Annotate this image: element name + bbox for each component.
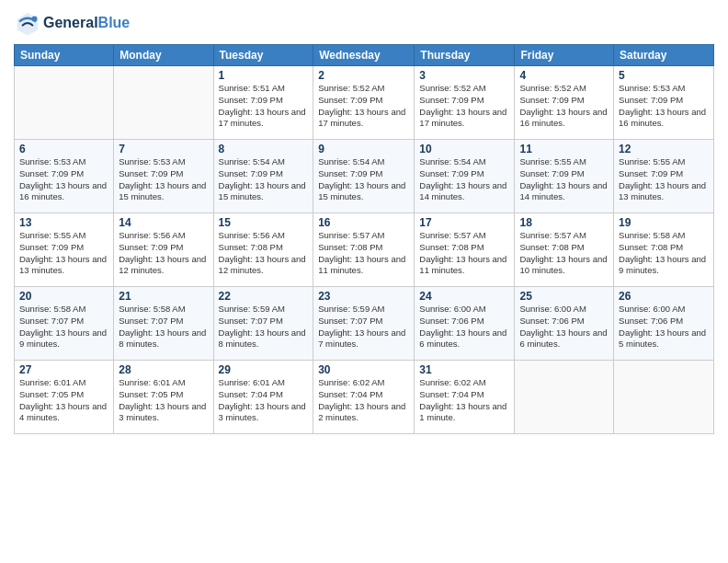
day-number: 21 (119, 290, 208, 303)
weekday-header-tuesday: Tuesday (213, 45, 313, 66)
day-number: 7 (119, 143, 208, 155)
day-number: 16 (318, 216, 409, 229)
weekday-header-row: SundayMondayTuesdayWednesdayThursdayFrid… (15, 45, 714, 66)
day-info: Sunrise: 5:51 AM Sunset: 7:09 PM Dayligh… (219, 83, 309, 130)
weekday-header-wednesday: Wednesday (313, 45, 415, 66)
day-number: 30 (318, 363, 409, 376)
day-info: Sunrise: 5:55 AM Sunset: 7:09 PM Dayligh… (519, 156, 609, 203)
calendar-cell: 12Sunrise: 5:55 AM Sunset: 7:09 PM Dayli… (614, 140, 714, 213)
day-info: Sunrise: 5:54 AM Sunset: 7:09 PM Dayligh… (318, 156, 409, 203)
page: GeneralBlue SundayMondayTuesdayWednesday… (0, 0, 728, 563)
day-info: Sunrise: 5:53 AM Sunset: 7:09 PM Dayligh… (619, 83, 709, 130)
day-number: 23 (318, 290, 409, 303)
weekday-header-thursday: Thursday (415, 45, 515, 66)
logo-icon (14, 9, 41, 37)
day-number: 5 (619, 69, 709, 82)
day-info: Sunrise: 5:54 AM Sunset: 7:09 PM Dayligh… (419, 156, 509, 203)
calendar-cell: 11Sunrise: 5:55 AM Sunset: 7:09 PM Dayli… (515, 140, 614, 213)
calendar-cell (515, 361, 614, 434)
weekday-header-sunday: Sunday (15, 45, 114, 66)
day-number: 18 (519, 216, 609, 229)
svg-point-1 (32, 17, 38, 22)
day-number: 13 (19, 216, 108, 229)
day-number: 3 (419, 69, 509, 82)
calendar-cell: 5Sunrise: 5:53 AM Sunset: 7:09 PM Daylig… (614, 66, 714, 140)
calendar-cell: 4Sunrise: 5:52 AM Sunset: 7:09 PM Daylig… (515, 66, 614, 140)
day-info: Sunrise: 5:59 AM Sunset: 7:07 PM Dayligh… (318, 304, 409, 350)
day-number: 8 (219, 143, 309, 155)
calendar-cell: 15Sunrise: 5:56 AM Sunset: 7:08 PM Dayli… (213, 213, 313, 287)
week-row-2: 6Sunrise: 5:53 AM Sunset: 7:09 PM Daylig… (15, 140, 714, 213)
calendar-cell: 25Sunrise: 6:00 AM Sunset: 7:06 PM Dayli… (515, 287, 614, 361)
logo-text: GeneralBlue (43, 15, 130, 31)
day-info: Sunrise: 5:57 AM Sunset: 7:08 PM Dayligh… (419, 230, 509, 277)
calendar-cell: 31Sunrise: 6:02 AM Sunset: 7:04 PM Dayli… (415, 361, 515, 434)
day-info: Sunrise: 5:53 AM Sunset: 7:09 PM Dayligh… (19, 156, 108, 203)
weekday-header-monday: Monday (114, 45, 213, 66)
calendar: SundayMondayTuesdayWednesdayThursdayFrid… (14, 44, 714, 434)
day-number: 20 (19, 290, 108, 303)
day-number: 4 (519, 69, 609, 82)
day-number: 17 (419, 216, 509, 229)
day-info: Sunrise: 5:52 AM Sunset: 7:09 PM Dayligh… (318, 83, 409, 130)
day-number: 27 (19, 363, 108, 376)
weekday-header-saturday: Saturday (614, 45, 714, 66)
day-number: 6 (19, 143, 108, 155)
day-number: 24 (419, 290, 509, 303)
day-info: Sunrise: 5:58 AM Sunset: 7:08 PM Dayligh… (619, 230, 709, 277)
calendar-cell: 8Sunrise: 5:54 AM Sunset: 7:09 PM Daylig… (213, 140, 313, 213)
day-info: Sunrise: 5:55 AM Sunset: 7:09 PM Dayligh… (19, 230, 108, 277)
day-info: Sunrise: 5:55 AM Sunset: 7:09 PM Dayligh… (619, 156, 709, 203)
day-number: 11 (519, 143, 609, 155)
calendar-cell: 7Sunrise: 5:53 AM Sunset: 7:09 PM Daylig… (114, 140, 213, 213)
day-info: Sunrise: 5:53 AM Sunset: 7:09 PM Dayligh… (119, 156, 208, 203)
day-info: Sunrise: 6:00 AM Sunset: 7:06 PM Dayligh… (419, 304, 509, 350)
calendar-cell: 22Sunrise: 5:59 AM Sunset: 7:07 PM Dayli… (213, 287, 313, 361)
logo: GeneralBlue (14, 9, 130, 37)
header: GeneralBlue (14, 9, 714, 37)
calendar-cell (114, 66, 213, 140)
day-number: 22 (219, 290, 309, 303)
day-number: 12 (619, 143, 709, 155)
calendar-cell: 30Sunrise: 6:02 AM Sunset: 7:04 PM Dayli… (313, 361, 415, 434)
calendar-cell (15, 66, 114, 140)
weekday-header-friday: Friday (515, 45, 614, 66)
day-number: 14 (119, 216, 208, 229)
day-info: Sunrise: 5:56 AM Sunset: 7:09 PM Dayligh… (119, 230, 208, 277)
day-info: Sunrise: 5:52 AM Sunset: 7:09 PM Dayligh… (419, 83, 509, 130)
calendar-cell: 23Sunrise: 5:59 AM Sunset: 7:07 PM Dayli… (313, 287, 415, 361)
calendar-cell: 18Sunrise: 5:57 AM Sunset: 7:08 PM Dayli… (515, 213, 614, 287)
calendar-cell: 24Sunrise: 6:00 AM Sunset: 7:06 PM Dayli… (415, 287, 515, 361)
day-number: 28 (119, 363, 208, 376)
day-number: 15 (219, 216, 309, 229)
day-number: 29 (219, 363, 309, 376)
day-info: Sunrise: 5:52 AM Sunset: 7:09 PM Dayligh… (519, 83, 609, 130)
calendar-cell: 19Sunrise: 5:58 AM Sunset: 7:08 PM Dayli… (614, 213, 714, 287)
calendar-cell: 13Sunrise: 5:55 AM Sunset: 7:09 PM Dayli… (15, 213, 114, 287)
day-info: Sunrise: 6:02 AM Sunset: 7:04 PM Dayligh… (419, 377, 509, 424)
calendar-cell: 14Sunrise: 5:56 AM Sunset: 7:09 PM Dayli… (114, 213, 213, 287)
day-number: 19 (619, 216, 709, 229)
calendar-cell: 20Sunrise: 5:58 AM Sunset: 7:07 PM Dayli… (15, 287, 114, 361)
calendar-cell: 10Sunrise: 5:54 AM Sunset: 7:09 PM Dayli… (415, 140, 515, 213)
day-info: Sunrise: 5:58 AM Sunset: 7:07 PM Dayligh… (119, 304, 208, 350)
day-number: 1 (219, 69, 309, 82)
day-info: Sunrise: 5:59 AM Sunset: 7:07 PM Dayligh… (219, 304, 309, 350)
day-number: 25 (519, 290, 609, 303)
calendar-cell: 29Sunrise: 6:01 AM Sunset: 7:04 PM Dayli… (213, 361, 313, 434)
day-number: 31 (419, 363, 509, 376)
day-number: 26 (619, 290, 709, 303)
day-info: Sunrise: 5:57 AM Sunset: 7:08 PM Dayligh… (519, 230, 609, 277)
calendar-cell: 26Sunrise: 6:00 AM Sunset: 7:06 PM Dayli… (614, 287, 714, 361)
day-info: Sunrise: 5:54 AM Sunset: 7:09 PM Dayligh… (219, 156, 309, 203)
day-info: Sunrise: 6:01 AM Sunset: 7:05 PM Dayligh… (19, 377, 108, 424)
calendar-cell: 17Sunrise: 5:57 AM Sunset: 7:08 PM Dayli… (415, 213, 515, 287)
week-row-3: 13Sunrise: 5:55 AM Sunset: 7:09 PM Dayli… (15, 213, 714, 287)
calendar-cell: 1Sunrise: 5:51 AM Sunset: 7:09 PM Daylig… (213, 66, 313, 140)
day-info: Sunrise: 6:00 AM Sunset: 7:06 PM Dayligh… (619, 304, 709, 350)
calendar-cell: 21Sunrise: 5:58 AM Sunset: 7:07 PM Dayli… (114, 287, 213, 361)
week-row-4: 20Sunrise: 5:58 AM Sunset: 7:07 PM Dayli… (15, 287, 714, 361)
day-info: Sunrise: 6:00 AM Sunset: 7:06 PM Dayligh… (519, 304, 609, 350)
calendar-cell: 2Sunrise: 5:52 AM Sunset: 7:09 PM Daylig… (313, 66, 415, 140)
calendar-cell: 28Sunrise: 6:01 AM Sunset: 7:05 PM Dayli… (114, 361, 213, 434)
